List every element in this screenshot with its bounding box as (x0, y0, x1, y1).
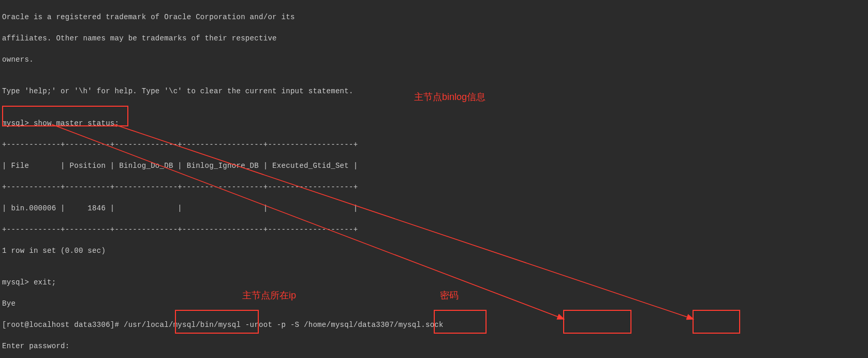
table-border: +------------+----------+--------------+… (2, 139, 866, 150)
terminal-output[interactable]: Oracle is a registered trademark of Orac… (0, 0, 868, 358)
text-line: affiliates. Other names may be trademark… (2, 33, 866, 44)
text-line: Type 'help;' or '\h' for help. Type '\c'… (2, 86, 866, 97)
text-line: owners. (2, 54, 866, 65)
text-line: Enter password: (2, 341, 866, 352)
shell-prompt: [root@localhost data3306]# /usr/local/my… (2, 320, 866, 331)
table-border: +------------+----------+--------------+… (2, 224, 866, 235)
table-header: | File | Position | Binlog_Do_DB | Binlo… (2, 161, 866, 171)
mysql-prompt: mysql> show master status; (2, 118, 866, 129)
mysql-prompt: mysql> exit; (2, 277, 866, 288)
text-line: Oracle is a registered trademark of Orac… (2, 12, 866, 23)
table-border: +------------+----------+--------------+… (2, 182, 866, 193)
text-line: Bye (2, 298, 866, 309)
table-row: | bin.000006 | 1846 | | | | (2, 203, 866, 214)
result-msg: 1 row in set (0.00 sec) (2, 246, 866, 256)
